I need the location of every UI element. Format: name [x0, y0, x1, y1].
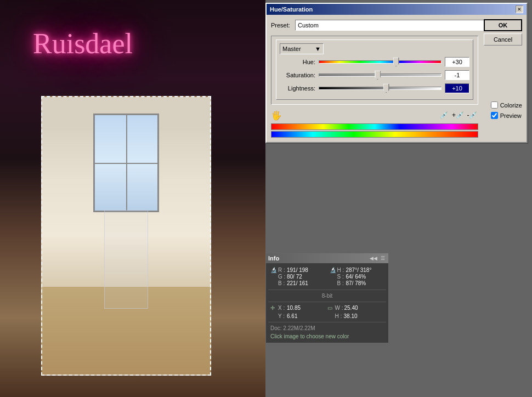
eyedropper-button[interactable]: 💉 [438, 109, 450, 121]
lightness-value[interactable]: +10 [445, 83, 469, 93]
info-titlebar-buttons: ◀◀ ☰ [369, 256, 386, 261]
info-r-row: 🔬 R : 191/ 198 [270, 267, 325, 273]
info-collapse-button[interactable]: ◀◀ [369, 256, 378, 261]
b-value: 221/ 161 [287, 280, 308, 286]
info-xy-left: ✛ X : 10.85 [270, 305, 327, 311]
channel-value: Master [282, 46, 301, 52]
b-label: B : [278, 280, 286, 286]
dropper-icon: 🔬 [270, 267, 277, 273]
info-b2-row: B : 87/ 78% [330, 280, 384, 286]
s-label: S : [337, 274, 345, 280]
info-hsb-section: 🔬 H : 287°/ 318° S : 64/ 64% B : 87/ 78% [327, 265, 387, 288]
hue-saturation-dialog: Hue/Saturation ✕ Preset: Custom ▼ ☰ OK C… [265, 3, 528, 143]
hue-label: Hue: [280, 59, 315, 65]
info-h2-item: H : 38.10 [327, 313, 384, 319]
rainbow-bar [271, 123, 478, 130]
lightness-row: Lightness: +10 [280, 83, 469, 94]
doc-size: Doc: 2.22M/2.22M [268, 324, 386, 332]
g-label: G : [278, 274, 286, 280]
r-value: 191/ 198 [287, 267, 308, 273]
dialog-close-button[interactable]: ✕ [516, 5, 523, 13]
preview-checkbox[interactable] [491, 112, 498, 119]
colorize-label: Colorize [500, 102, 522, 109]
info-menu-button[interactable]: ☰ [380, 256, 386, 261]
h2-value: 38.10 [344, 313, 358, 319]
info-y-section: Y : 6.61 H : 38.10 [268, 312, 386, 320]
saturation-row: Saturation: -1 [280, 70, 469, 81]
channel-row: Master ▼ [280, 43, 469, 54]
channel-arrow: ▼ [315, 46, 321, 52]
hue-row: Hue: +30 [280, 56, 469, 67]
channel-dropdown[interactable]: Master ▼ [280, 43, 324, 54]
info-y-item: Y : 6.61 [270, 313, 327, 319]
preset-value: Custom [298, 22, 319, 29]
canvas-image[interactable]: Ruisdael [0, 0, 265, 397]
eyedropper-add-button[interactable]: +💉 [452, 109, 464, 121]
lightness-thumb[interactable] [383, 84, 389, 93]
g-value: 80/ 72 [287, 274, 302, 280]
y-value: 6.61 [287, 313, 297, 319]
dialog-title: Hue/Saturation [270, 6, 313, 13]
hue-track [319, 60, 442, 64]
info-titlebar: Info ◀◀ ☰ [266, 253, 388, 263]
b2-label: B : [337, 280, 345, 286]
eyedropper-subtract-button[interactable]: -💉 [466, 109, 478, 121]
info-content: 🔬 R : 191/ 198 G : 80/ 72 B : 221/ 161 [266, 263, 388, 343]
info-color-grid: 🔬 R : 191/ 198 G : 80/ 72 B : 221/ 161 [268, 265, 386, 288]
hue-slider-container[interactable] [319, 56, 442, 67]
inner-room [41, 96, 211, 376]
eyedropper-tools: 💉 +💉 -💉 [438, 109, 478, 121]
preview-label: Preview [500, 112, 522, 119]
crosshair-icon: ✛ [270, 305, 277, 311]
saturation-slider-container[interactable] [319, 70, 442, 81]
info-divider-3 [268, 322, 386, 322]
saturation-label: Saturation: [280, 72, 315, 78]
info-h-row: 🔬 H : 287°/ 318° [330, 267, 384, 273]
info-divider-1 [268, 290, 386, 290]
adjustments-inner: Master ▼ Hue: +30 Saturation: [276, 39, 473, 100]
info-divider-2 [268, 302, 386, 302]
info-s-row: S : 64/ 64% [330, 274, 384, 280]
color-bars [271, 123, 478, 138]
saturation-value[interactable]: -1 [445, 70, 469, 80]
saturation-thumb[interactable] [375, 71, 381, 80]
info-xy-section: ✛ X : 10.85 ▭ W : 25.40 [268, 304, 386, 312]
preset-row: Preset: Custom ▼ ☰ OK Cancel [271, 19, 522, 31]
hue-value[interactable]: +30 [445, 57, 469, 67]
bit-depth: 8-bit [268, 292, 386, 300]
adjustments-group: Master ▼ Hue: +30 Saturation: [271, 36, 478, 105]
spectrum-bar [271, 131, 478, 138]
h-label: H : [337, 267, 345, 273]
info-wh-left: ▭ W : 25.40 [327, 305, 384, 311]
w-label: W : [335, 305, 343, 311]
preset-dropdown[interactable]: Custom ▼ [295, 20, 508, 31]
dialog-content: Preset: Custom ▼ ☰ OK Cancel Master ▼ [267, 15, 527, 142]
dialog-titlebar: Hue/Saturation ✕ [267, 4, 527, 15]
b2-value: 87/ 78% [346, 280, 366, 286]
info-b-row: B : 221/ 161 [270, 280, 325, 286]
info-g-row: G : 80/ 72 [270, 274, 325, 280]
tools-row: 🖐 💉 +💉 -💉 [271, 109, 478, 121]
ok-button[interactable]: OK [484, 19, 522, 31]
preview-row: Preview [491, 112, 522, 119]
ok-cancel-area: OK Cancel [484, 19, 522, 46]
colorize-checkbox[interactable] [491, 101, 498, 109]
preset-label: Preset: [271, 22, 293, 29]
x-value: 10.85 [287, 305, 301, 311]
hue-thumb[interactable] [393, 58, 399, 67]
info-rgb-section: 🔬 R : 191/ 198 G : 80/ 72 B : 221/ 161 [268, 265, 327, 288]
x-label: X : [278, 305, 286, 311]
r-label: R : [278, 267, 286, 273]
info-panel-title: Info [268, 255, 279, 262]
lightness-slider-container[interactable] [319, 83, 442, 94]
h-icon: 🔬 [330, 267, 336, 273]
rect-icon: ▭ [327, 305, 334, 311]
canvas-area: Ruisdael [0, 0, 265, 397]
cancel-button[interactable]: Cancel [484, 33, 522, 46]
neon-sign-text: Ruisdael [33, 27, 133, 60]
w-value: 25.40 [344, 305, 358, 311]
s-value: 64/ 64% [346, 274, 366, 280]
room-window [93, 114, 159, 212]
hand-tool-icon[interactable]: 🖐 [271, 110, 282, 121]
h-value: 287°/ 318° [346, 267, 372, 273]
